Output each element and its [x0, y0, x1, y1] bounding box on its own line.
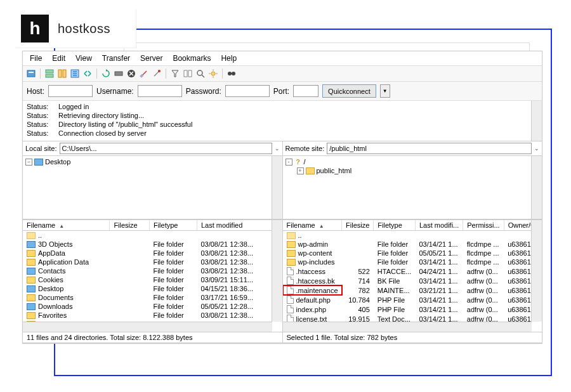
settings-icon[interactable]: [207, 68, 219, 79]
remote-list-pane: Filename▲FilesizeFiletypeLast modifi...P…: [283, 220, 542, 343]
menu-view[interactable]: View: [71, 53, 96, 64]
menu-help[interactable]: Help: [216, 53, 241, 64]
column-header[interactable]: Filetype: [374, 220, 416, 231]
local-path-input[interactable]: [60, 143, 272, 154]
table-row[interactable]: license.txt19.915Text Doc...03/14/21 1..…: [283, 314, 542, 322]
table-row[interactable]: wp-includesFile folder03/14/21 1...flcdm…: [283, 258, 542, 266]
file-icon: [287, 305, 294, 313]
username-input[interactable]: [138, 85, 182, 97]
remote-path-input[interactable]: [327, 143, 532, 154]
table-row[interactable]: wp-contentFile folder05/05/21 1...flcdmp…: [283, 249, 542, 258]
table-row[interactable]: .htaccess.bk714BK File03/14/21 1...adfrw…: [283, 276, 542, 285]
column-header[interactable]: Owner/Gr...: [504, 220, 542, 231]
table-row[interactable]: .htaccess522HTACCE...04/24/21 1...adfrw …: [283, 266, 542, 276]
table-row[interactable]: Application DataFile folder03/08/21 12:3…: [23, 258, 272, 266]
table-row[interactable]: DocumentsFile folder03/17/21 16:59...: [23, 293, 272, 302]
scrollbar-horizontal[interactable]: [23, 322, 272, 332]
search-icon[interactable]: [195, 68, 206, 79]
process-queue-icon[interactable]: [113, 68, 124, 79]
table-row[interactable]: DownloadsFile folder05/05/21 12:28...: [23, 302, 272, 311]
tree-label[interactable]: public_html: [317, 167, 352, 174]
table-row[interactable]: ContactsFile folder03/08/21 12:38...: [23, 266, 272, 275]
svg-point-10: [158, 70, 161, 72]
table-row[interactable]: FavoritesFile folder03/08/21 12:38...: [23, 311, 272, 320]
svg-point-13: [197, 70, 202, 75]
refresh-icon[interactable]: [100, 68, 112, 79]
log-message: Directory listing of "/public_html" succ…: [58, 120, 192, 129]
local-site-label: Local site:: [25, 145, 57, 152]
expand-icon[interactable]: -: [286, 159, 292, 166]
site-manager-icon[interactable]: [25, 68, 37, 79]
menu-transfer[interactable]: Transfer: [98, 53, 135, 64]
quickconnect-dropdown[interactable]: ▼: [380, 84, 390, 98]
folder-icon: [27, 312, 36, 319]
column-header[interactable]: Filename▲: [283, 220, 342, 231]
folder-icon: [287, 259, 296, 266]
cancel-icon[interactable]: [126, 68, 137, 79]
log-label: Status:: [27, 111, 58, 120]
collapse-icon[interactable]: −: [25, 159, 32, 166]
table-row[interactable]: AppDataFile folder03/08/21 12:38...: [23, 249, 272, 258]
find-icon[interactable]: [226, 68, 237, 79]
file-icon: [287, 296, 294, 304]
toggle-log-icon[interactable]: [44, 68, 55, 79]
column-header[interactable]: Last modifi...: [415, 220, 463, 231]
sync-browse-icon[interactable]: [82, 68, 93, 79]
table-row[interactable]: index.php405PHP File03/14/21 1...adfrw (…: [283, 304, 542, 314]
tree-label[interactable]: /: [304, 158, 306, 166]
filter-icon[interactable]: [169, 68, 181, 79]
column-header[interactable]: Last modified: [197, 220, 272, 231]
host-input[interactable]: [48, 85, 93, 97]
column-header[interactable]: Filesize: [110, 220, 150, 231]
remote-file-list[interactable]: Filename▲FilesizeFiletypeLast modifi...P…: [283, 220, 542, 322]
column-header[interactable]: Filetype: [149, 220, 197, 231]
table-row[interactable]: .maintenance782MAINTE...03/21/21 1...adf…: [283, 285, 542, 295]
table-row[interactable]: CookiesFile folder03/09/21 15:11...: [23, 275, 272, 284]
column-header[interactable]: Filesize: [342, 220, 374, 231]
chevron-down-icon[interactable]: ⌄: [275, 145, 280, 152]
column-header[interactable]: Filename▲: [23, 220, 110, 231]
expand-icon[interactable]: +: [297, 167, 304, 174]
message-log[interactable]: Status:Logged inStatus:Retrieving direct…: [23, 101, 542, 141]
file-icon: [287, 315, 294, 322]
reconnect-icon[interactable]: [151, 68, 162, 79]
svg-rect-12: [188, 70, 192, 77]
remote-pane: Remote site: ⌄ -?/+public_html: [283, 141, 542, 219]
quickconnect-button[interactable]: Quickconnect: [322, 84, 376, 98]
table-row[interactable]: wp-adminFile folder03/14/21 1...flcdmpe …: [283, 240, 542, 249]
local-tree[interactable]: − Desktop: [23, 156, 282, 219]
menu-bookmarks[interactable]: Bookmarks: [168, 53, 215, 64]
tree-label[interactable]: Desktop: [45, 158, 70, 166]
compare-icon[interactable]: [182, 68, 194, 79]
menu-file[interactable]: File: [25, 53, 46, 64]
disconnect-icon[interactable]: [138, 68, 150, 79]
desktop-icon: [34, 159, 43, 166]
log-message: Logged in: [58, 102, 89, 111]
local-tree-item: − Desktop: [25, 157, 280, 166]
folder-blue-icon: [27, 268, 36, 275]
table-row[interactable]: DesktopFile folder04/15/21 18:36...: [23, 284, 272, 293]
local-pane: Local site: ⌄ − Desktop: [23, 141, 283, 219]
remote-tree[interactable]: -?/+public_html: [283, 156, 542, 219]
local-file-list[interactable]: Filename▲FilesizeFiletypeLast modified..…: [23, 220, 282, 322]
menu-edit[interactable]: Edit: [48, 53, 70, 64]
toggle-queue-icon[interactable]: [69, 68, 81, 79]
chevron-down-icon[interactable]: ⌄: [534, 145, 539, 152]
file-icon: [287, 277, 294, 285]
log-label: Status:: [27, 129, 58, 138]
column-header[interactable]: Permissi...: [463, 220, 504, 231]
folder-icon: [27, 259, 36, 266]
table-row[interactable]: ..: [23, 231, 272, 240]
toggle-tree-icon[interactable]: [56, 68, 68, 79]
table-row[interactable]: 3D ObjectsFile folder03/08/21 12:38...: [23, 240, 272, 249]
local-status: 11 files and 24 directories. Total size:…: [23, 332, 282, 343]
port-input[interactable]: [293, 85, 318, 97]
password-input[interactable]: [225, 85, 270, 97]
log-label: Status:: [27, 102, 58, 111]
table-row[interactable]: default.php10.784PHP File03/14/21 1...ad…: [283, 295, 542, 304]
svg-rect-2: [46, 70, 53, 73]
table-row[interactable]: ..: [283, 231, 542, 240]
scrollbar-horizontal[interactable]: [283, 322, 532, 332]
menu-bar: File Edit View Transfer Server Bookmarks…: [23, 51, 542, 66]
menu-server[interactable]: Server: [136, 53, 167, 64]
